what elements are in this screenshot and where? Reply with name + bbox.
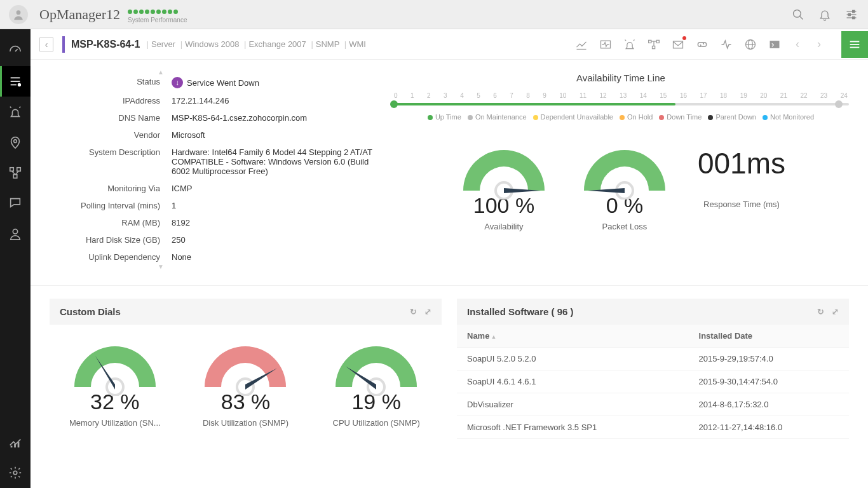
activity-icon[interactable] — [719, 37, 733, 51]
collapse-btn[interactable]: ‹ — [39, 37, 53, 51]
table-row[interactable]: SoapUI 4.6.1 4.6.12015-9-30,14:47:54.0 — [457, 370, 849, 393]
alert-icon[interactable] — [623, 37, 637, 51]
timeline-ticks: 0123456789101112131415161718192021222324 — [393, 92, 849, 99]
scroll-down-hint: ▼ — [158, 263, 164, 270]
table-row[interactable]: DbVisualizer2014-8-6,17:5:32.0 — [457, 393, 849, 416]
link-icon[interactable] — [695, 37, 709, 51]
custom-dials-panel: Custom Dials ↻⤢ 32 %Memory Utilization (… — [50, 299, 442, 439]
sidebar-settings[interactable] — [0, 458, 31, 488]
prev-device[interactable]: ‹ — [792, 37, 803, 51]
svg-line-29 — [625, 39, 627, 41]
svg-rect-36 — [674, 41, 683, 48]
device-info-panel: ▲ Status↓Service Went Down IPAddress172.… — [50, 72, 393, 266]
sidebar-users[interactable] — [0, 219, 31, 249]
sidebar-alarms[interactable] — [0, 97, 31, 127]
svg-line-20 — [12, 171, 16, 175]
timeline-fill — [393, 103, 675, 105]
expand-icon[interactable]: ⤢ — [424, 307, 431, 316]
device-header: ‹ MSP-K8S-64-1 |Server |Windows 2008 |Ex… — [31, 29, 868, 60]
graph-icon[interactable] — [574, 37, 588, 51]
globe-icon[interactable] — [743, 37, 757, 51]
availability-title: Availability Time Line — [393, 72, 849, 83]
label-vendor: Vendor — [51, 127, 165, 143]
gauge-availability: 100 %Availability — [456, 140, 552, 231]
custom-dials-title: Custom Dials — [60, 306, 121, 317]
scroll-up-hint: ▲ — [158, 69, 164, 76]
timeline-start-dot[interactable] — [390, 100, 398, 108]
gauge-packet loss: 0 %Packet Loss — [577, 140, 672, 231]
svg-rect-19 — [13, 175, 17, 179]
label-monvia: Monitoring Via — [51, 180, 165, 196]
sidebar-dashboard[interactable] — [0, 36, 31, 66]
device-status-accent — [62, 36, 65, 53]
svg-rect-24 — [14, 444, 16, 448]
svg-point-16 — [14, 140, 17, 143]
label-poll: Polling Interval (mins) — [51, 198, 165, 214]
value-dns: MSP-K8S-64-1.csez.zohocorpin.com — [166, 110, 391, 126]
sidebar-network[interactable] — [0, 158, 31, 188]
value-ip: 172.21.144.246 — [166, 93, 391, 109]
installed-software-title: Installed Software ( 96 ) — [467, 306, 574, 317]
timeline-end-dot[interactable] — [835, 100, 843, 108]
svg-rect-18 — [17, 168, 21, 172]
col-date[interactable]: Installed Date — [689, 325, 849, 348]
table-row[interactable]: Microsoft .NET Framework 3.5 SP12012-11-… — [457, 416, 849, 439]
topology-icon[interactable] — [647, 37, 661, 51]
status-value: ↓Service Went Down — [172, 77, 386, 88]
label-dns: DNS Name — [51, 110, 165, 126]
mail-icon[interactable] — [671, 37, 685, 51]
value-monvia: ICMP — [166, 180, 391, 196]
svg-line-9 — [15, 49, 18, 51]
sort-icon: ▲ — [491, 334, 496, 340]
sidebar — [0, 29, 31, 488]
sidebar-inventory[interactable] — [0, 66, 31, 97]
svg-rect-33 — [653, 46, 655, 48]
svg-rect-6 — [853, 10, 855, 12]
label-hdd: Hard Disk Size (GB) — [51, 232, 165, 248]
svg-rect-32 — [656, 40, 659, 43]
status-down-icon: ↓ — [172, 77, 183, 88]
value-ram: 8192 — [166, 215, 391, 231]
device-tags: |Server |Windows 2008 |Exchange 2007 |SN… — [144, 39, 365, 49]
top-bar: OpManager12 System Performance — [0, 0, 868, 29]
search-icon[interactable] — [790, 7, 806, 22]
expand-icon[interactable]: ⤢ — [832, 307, 839, 316]
sidebar-maps[interactable] — [0, 127, 31, 158]
sidebar-chat[interactable] — [0, 188, 31, 219]
svg-point-0 — [17, 10, 21, 15]
svg-rect-17 — [10, 168, 14, 172]
timeline-track[interactable] — [393, 103, 849, 105]
availability-panel: Availability Time Line 01234567891011121… — [393, 72, 849, 266]
software-table: Name▲ Installed Date SoapUI 5.2.0 5.2.02… — [457, 325, 849, 439]
label-sysdesc: System Description — [51, 144, 165, 179]
next-device[interactable]: › — [813, 37, 825, 51]
svg-line-30 — [634, 39, 635, 41]
dial: 83 %Disk Utilization (SNMP) — [198, 336, 293, 428]
table-row[interactable]: SoapUI 5.2.0 5.2.02015-9-29,19:57:4.0 — [457, 348, 849, 370]
hamburger-menu[interactable] — [841, 31, 868, 58]
svg-point-26 — [13, 471, 17, 475]
label-uplink: Uplink Dependency — [51, 249, 165, 265]
terminal-icon[interactable] — [768, 37, 782, 51]
device-name: MSP-K8S-64-1 — [71, 39, 140, 50]
avatar[interactable] — [9, 5, 28, 24]
label-status: Status — [51, 74, 165, 92]
custom-dials-body: 32 %Memory Utilization (SN... 83 %Disk U… — [50, 325, 442, 439]
label-ip: IPAddress — [51, 93, 165, 109]
svg-rect-40 — [770, 41, 780, 48]
refresh-icon[interactable]: ↻ — [817, 307, 824, 316]
section-divider — [31, 285, 868, 286]
sidebar-reports[interactable] — [0, 427, 31, 458]
dial: 32 %Memory Utilization (SN... — [67, 336, 163, 428]
perf-dots — [128, 5, 187, 17]
svg-line-21 — [15, 171, 19, 175]
bell-icon[interactable] — [817, 7, 832, 22]
col-name[interactable]: Name▲ — [457, 325, 689, 348]
refresh-icon[interactable]: ↻ — [410, 307, 417, 316]
settings-sliders-icon[interactable] — [844, 7, 859, 22]
svg-rect-31 — [649, 40, 651, 43]
response-time: 001msResponse Time (ms) — [698, 140, 785, 209]
svg-rect-8 — [853, 17, 855, 18]
pulse-icon[interactable] — [599, 37, 613, 51]
svg-line-2 — [800, 16, 803, 19]
